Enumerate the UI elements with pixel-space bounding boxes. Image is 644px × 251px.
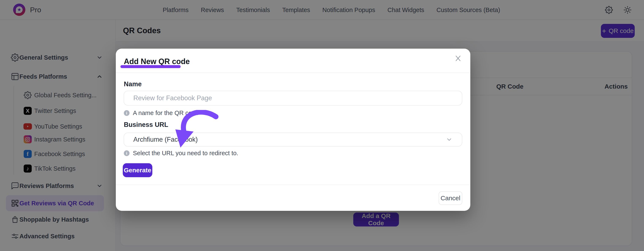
modal-close-button[interactable] [454,54,463,63]
business-url-select[interactable]: Archfiume (Facebook) [124,133,462,147]
modal-header-divider [116,73,470,73]
business-url-helper: i Select the URL you need to redirect to… [124,150,238,157]
title-accent-bar [120,65,181,68]
name-helper-text: A name for the QR code [133,110,198,117]
business-url-helper-text: Select the URL you need to redirect to. [133,150,238,157]
info-icon: i [124,110,130,116]
modal-footer-divider [116,185,470,185]
qr-name-input[interactable] [124,91,462,106]
cancel-button[interactable]: Cancel [439,191,462,205]
name-helper: i A name for the QR code [124,110,198,117]
business-url-field-label: Business URL [124,121,168,129]
name-field-label: Name [124,80,142,88]
close-icon [454,55,462,62]
modal-title: Add New QR code [124,57,190,66]
info-icon: i [124,150,130,156]
generate-button[interactable]: Generate [123,163,152,177]
chevron-down-icon [446,136,452,143]
add-qr-code-modal: Add New QR code Name i A name for the QR… [116,49,470,211]
business-url-selected-value: Archfiume (Facebook) [133,136,198,143]
